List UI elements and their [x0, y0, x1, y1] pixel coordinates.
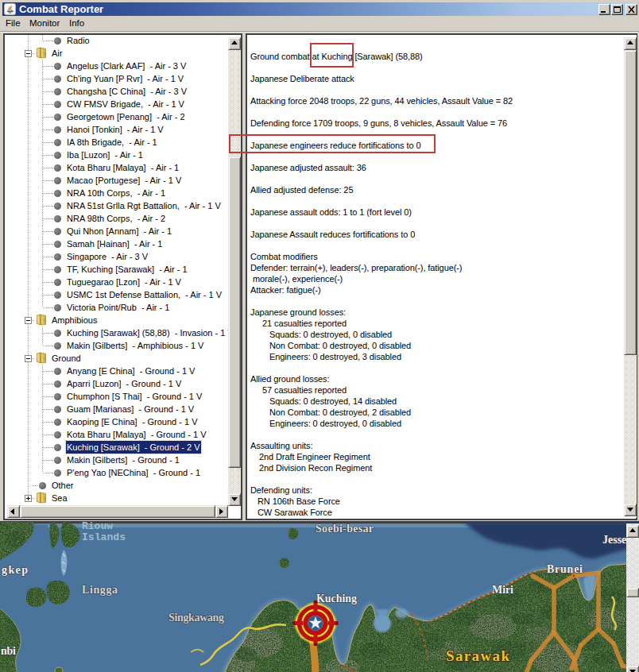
svg-text:nbi: nbi [1, 645, 16, 657]
svg-text:Islands: Islands [82, 531, 126, 543]
svg-text:Kuching: Kuching [316, 593, 357, 604]
svg-text:Jesse: Jesse [602, 534, 626, 546]
svg-text:Miri: Miri [492, 584, 513, 596]
svg-text:Lingga: Lingga [82, 584, 118, 596]
svg-text:Riouw: Riouw [82, 521, 113, 532]
svg-text:Singkawang: Singkawang [168, 612, 224, 624]
svg-text:gkep: gkep [2, 564, 28, 576]
svg-text:Soebi-besar: Soebi-besar [316, 523, 374, 535]
svg-text:Brunei: Brunei [547, 563, 583, 575]
